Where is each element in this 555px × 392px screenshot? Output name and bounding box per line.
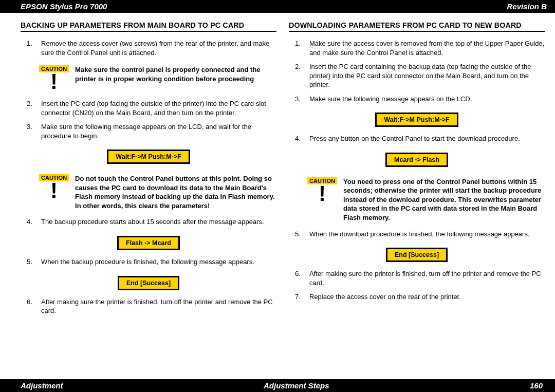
left-column: BACKING UP PARAMETERS FROM MAIN BOARD TO…	[21, 21, 276, 374]
content-area: BACKING UP PARAMETERS FROM MAIN BOARD TO…	[0, 13, 555, 379]
caution-text: Make sure the control panel is properly …	[75, 65, 276, 83]
download-steps-cont: 4. Press any button on the Control Panel…	[289, 134, 545, 148]
lcd-message: Wait:F->M Push:M->F	[375, 113, 458, 127]
caution-block: CAUTION ! Do not touch the Control Panel…	[39, 174, 276, 210]
download-steps-cont2: 5. When the download procedure is finish…	[289, 230, 545, 244]
list-item: 6. After making sure the printer is fini…	[289, 269, 545, 287]
lcd-display: End [Success]	[21, 276, 276, 290]
step-text: After making sure the printer is finishe…	[309, 269, 545, 287]
download-steps-cont3: 6. After making sure the printer is fini…	[289, 269, 545, 307]
caution-text: You need to press one of the Control Pan…	[343, 177, 545, 222]
step-text: Insert the PC card containing the backup…	[309, 62, 545, 89]
footer-left: Adjustment	[21, 381, 63, 390]
lcd-message: Mcard -> Flash	[385, 153, 448, 167]
caution-block: CAUTION ! Make sure the control panel is…	[39, 65, 276, 92]
step-text: Insert the PC card (top facing the outsi…	[41, 99, 276, 117]
list-item: 4. The backup procedure starts about 15 …	[21, 217, 276, 227]
step-text: The backup procedure starts about 15 sec…	[41, 217, 276, 227]
list-item: 3. Make sure the following message appea…	[289, 95, 545, 104]
step-text: Make sure the access cover is removed fr…	[309, 39, 545, 57]
caution-icon: CAUTION !	[39, 174, 69, 201]
section-title-download: DOWNLOADING PARAMETERS FROM PC CARD TO N…	[289, 21, 545, 32]
list-item: 7. Replace the access cover on the rear …	[289, 292, 545, 302]
lcd-message: End [Success]	[386, 248, 448, 262]
header-bar: EPSON Stylus Pro 7000 Revision B	[0, 0, 555, 13]
list-item: 4. Press any button on the Control Panel…	[289, 134, 545, 143]
step-text: When the backup procedure is finished, t…	[41, 257, 276, 267]
step-text: When the download procedure is finished,…	[309, 230, 545, 239]
revision-label: Revision B	[507, 2, 547, 11]
caution-text: Do not touch the Control Panel buttons a…	[75, 174, 276, 210]
step-number: 3.	[21, 122, 41, 140]
backup-steps-cont2: 4. The backup procedure starts about 15 …	[21, 217, 276, 232]
caution-block: CAUTION ! You need to press one of the C…	[307, 177, 545, 222]
step-text: After making sure the printer is finishe…	[41, 297, 276, 315]
doc-title: EPSON Stylus Pro 7000	[21, 2, 107, 11]
backup-steps: 1. Remove the access cover (two screws) …	[21, 39, 276, 62]
right-column: DOWNLOADING PARAMETERS FROM PC CARD TO N…	[289, 21, 545, 374]
step-text: Press any button on the Control Panel to…	[309, 134, 545, 143]
step-text: Make sure the following message appears …	[309, 95, 545, 104]
exclamation-icon: !	[43, 180, 65, 201]
lcd-display: End [Success]	[289, 248, 545, 262]
section-title-backup: BACKING UP PARAMETERS FROM MAIN BOARD TO…	[21, 21, 276, 32]
step-number: 5.	[289, 230, 309, 239]
step-number: 3.	[289, 95, 309, 104]
lcd-message: Flash -> Mcard	[117, 236, 180, 250]
step-number: 4.	[289, 134, 309, 143]
list-item: 2. Insert the PC card containing the bac…	[289, 62, 545, 89]
step-number: 1.	[289, 39, 309, 57]
footer-bar: Adjustment Adjustment Steps 160	[0, 379, 555, 392]
step-number: 4.	[21, 217, 41, 227]
page-number: 160	[530, 381, 543, 390]
backup-steps-cont: 2. Insert the PC card (top facing the ou…	[21, 99, 276, 145]
list-item: 2. Insert the PC card (top facing the ou…	[21, 99, 276, 117]
download-steps: 1. Make sure the access cover is removed…	[289, 39, 545, 108]
list-item: 5. When the download procedure is finish…	[289, 230, 545, 239]
caution-icon: CAUTION !	[307, 177, 337, 204]
step-text: Make sure the following message appears …	[41, 122, 276, 140]
step-text: Replace the access cover on the rear of …	[309, 292, 545, 302]
caution-icon: CAUTION !	[39, 65, 69, 92]
list-item: 3. Make sure the following message appea…	[21, 122, 276, 140]
step-text: Remove the access cover (two screws) fro…	[41, 39, 276, 57]
lcd-display: Wait:F->M Push:M->F	[21, 150, 276, 164]
list-item: 1. Make sure the access cover is removed…	[289, 39, 545, 57]
step-number: 5.	[21, 257, 41, 267]
list-item: 1. Remove the access cover (two screws) …	[21, 39, 276, 57]
lcd-display: Flash -> Mcard	[21, 236, 276, 250]
lcd-display: Mcard -> Flash	[289, 153, 545, 167]
lcd-display: Wait:F->M Push:M->F	[289, 113, 545, 127]
footer-center: Adjustment Steps	[63, 381, 530, 390]
list-item: 5. When the backup procedure is finished…	[21, 257, 276, 267]
exclamation-icon: !	[43, 71, 65, 92]
backup-steps-cont3: 5. When the backup procedure is finished…	[21, 257, 276, 272]
list-item: 6. After making sure the printer is fini…	[21, 297, 276, 315]
step-number: 7.	[289, 292, 309, 302]
step-number: 6.	[289, 269, 309, 287]
step-number: 1.	[21, 39, 41, 57]
lcd-message: End [Success]	[118, 276, 179, 290]
manual-page: EPSON Stylus Pro 7000 Revision B BACKING…	[0, 0, 555, 392]
backup-steps-cont4: 6. After making sure the printer is fini…	[21, 297, 276, 321]
step-number: 6.	[21, 297, 41, 315]
step-number: 2.	[289, 62, 309, 89]
exclamation-icon: !	[311, 183, 334, 204]
lcd-message: Wait:F->M Push:M->F	[107, 150, 190, 164]
step-number: 2.	[21, 99, 41, 117]
